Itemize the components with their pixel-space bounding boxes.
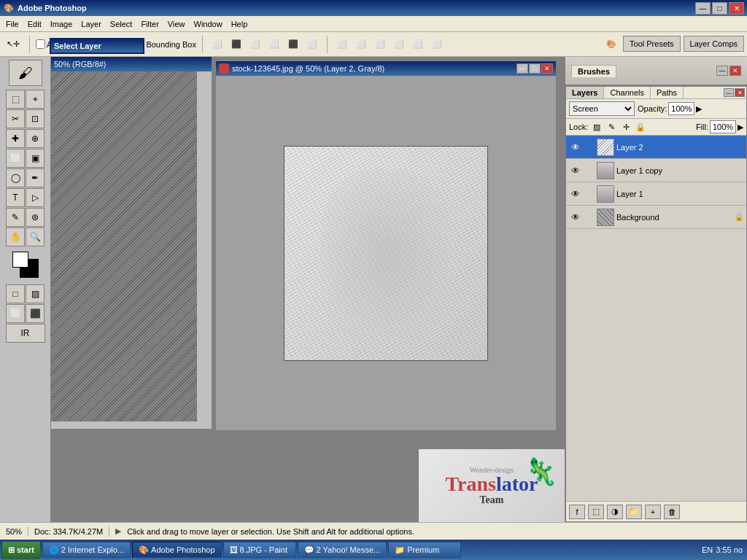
panel-minimize-btn[interactable]: — [724,88,734,97]
dodge-tool[interactable]: ◯ [6,168,25,187]
layer-row-background[interactable]: 👁 Background 🔒 [566,206,746,229]
photo-minimize-btn[interactable]: — [516,63,528,74]
stamp-tool[interactable]: ⊕ [26,129,44,148]
tab-layers[interactable]: Layers [566,87,604,98]
brushes-minimize-btn[interactable]: — [716,66,728,76]
opacity-input[interactable] [668,102,694,115]
taskbar-item-premium[interactable]: 📁 Premium [388,542,461,558]
bg-eye-icon[interactable]: 👁 [569,211,582,224]
imageready-btn[interactable]: IR [6,324,45,343]
layer-row-layer1[interactable]: 👁 Layer 1 [566,182,746,206]
layer-row-layer1copy[interactable]: 👁 Layer 1 copy [566,159,746,182]
dist-4-btn[interactable]: ⬜ [390,36,408,53]
fill-input[interactable] [710,120,736,133]
lock-move-icon[interactable]: ✛ [620,121,632,133]
maximize-button[interactable]: □ [712,2,727,15]
brushes-tab[interactable]: Brushes [571,65,616,77]
path-tool[interactable]: ▷ [26,188,44,207]
tool-presets-btn[interactable]: Tool Presets [623,36,681,52]
layer1copy-eye-icon[interactable]: 👁 [569,164,582,177]
taskbar-item-ie[interactable]: 🌐 2 Internet Explo... [42,542,131,558]
start-button[interactable]: ⊞ start [1,541,41,559]
layer-row-layer2[interactable]: 👁 Layer 2 [566,136,746,159]
layer-style-btn[interactable]: f [569,505,585,519]
foreground-color[interactable] [12,252,28,268]
dist-5-btn[interactable]: ⬜ [409,36,427,53]
pen-tool[interactable]: ✒ [26,168,44,187]
fill-label: Fill: [696,122,708,131]
panel-close-btn[interactable]: ✕ [735,88,745,97]
close-button[interactable]: ✕ [729,2,744,15]
adjustment-layer-btn[interactable]: ◑ [607,505,623,519]
new-layer-btn[interactable]: + [645,505,661,519]
eyedropper-tool[interactable]: ⊛ [26,208,44,227]
hand-tool[interactable]: ✋ [6,228,25,246]
fullscreen-btn[interactable]: ⬛ [26,304,44,323]
photo-maximize-btn[interactable]: □ [529,63,541,74]
opacity-arrow[interactable]: ▶ [696,104,702,114]
tab-paths[interactable]: Paths [651,87,684,98]
layer2-name: Layer 2 [616,143,743,152]
menu-view[interactable]: View [163,18,190,30]
menu-help[interactable]: Help [227,18,252,30]
menu-filter[interactable]: Filter [136,18,163,30]
watermark: 🦎 Wonder-design Translator Team [419,449,565,522]
menu-edit[interactable]: Edit [23,18,46,30]
align-bottom-btn[interactable]: ⬜ [303,36,321,53]
delete-layer-btn[interactable]: 🗑 [664,505,680,519]
tab-channels[interactable]: Channels [604,87,650,98]
align-center-btn[interactable]: ⬛ [228,36,245,53]
lasso-tool[interactable]: ⌖ [26,90,44,109]
layer-mask-btn[interactable]: ⬚ [588,505,604,519]
dist-6-btn[interactable]: ⬜ [428,36,446,53]
screen-mode-btn[interactable]: ⬜ [6,304,25,323]
layer-comps-btn[interactable]: Layer Comps [684,36,744,52]
brushes-close-btn[interactable]: ✕ [729,66,741,76]
gradient-tool[interactable]: ▣ [26,149,44,168]
lock-all-icon[interactable]: 🔒 [635,121,646,133]
standard-mode-btn[interactable]: □ [6,284,25,303]
lock-paint-icon[interactable]: ✎ [605,121,617,133]
align-left-btn[interactable]: ⬜ [209,36,226,53]
layer1copy-name: Layer 1 copy [616,166,743,175]
minimize-button[interactable]: — [695,2,711,15]
dist-3-btn[interactable]: ⬜ [371,36,389,53]
selection-tool[interactable]: ⬚ [6,90,25,109]
taskbar-item-yahoo[interactable]: 💬 2 Yahoo! Messe... [298,542,387,558]
taskbar-item-paint[interactable]: 🖼 8.JPG - Paint [223,542,296,558]
menu-layer[interactable]: Layer [77,18,106,30]
crop-tool[interactable]: ✂ [6,109,25,128]
photo-window[interactable]: stock-123645.jpg @ 50% (Layer 2, Gray/8)… [215,61,557,431]
align-right-btn[interactable]: ⬜ [247,36,264,53]
status-bar: 50% Doc: 334.7K/4.27M ▶ Click and drag t… [0,522,747,540]
zoom-level: 50% [6,527,22,536]
title-bar: 🎨 Adobe Photoshop — □ ✕ [0,0,747,16]
healing-tool[interactable]: ✚ [6,129,25,148]
palette-btn[interactable]: 🎨 [603,36,620,53]
align-middle-btn[interactable]: ⬛ [285,36,302,53]
fill-arrow[interactable]: ▶ [738,122,743,132]
slice-tool[interactable]: ⊡ [26,109,44,128]
menu-window[interactable]: Window [190,18,227,30]
dist-1-btn[interactable]: ⬜ [333,36,351,53]
dist-2-btn[interactable]: ⬜ [352,36,370,53]
blend-mode-select[interactable]: Screen Normal Multiply Overlay [569,101,635,116]
new-group-btn[interactable]: 📁 [626,505,642,519]
auto-select-layer-checkbox[interactable] [36,39,45,49]
type-tool[interactable]: T [6,188,25,207]
color-swatches[interactable] [12,252,39,278]
align-top-btn[interactable]: ⬜ [266,36,283,53]
menu-select[interactable]: Select [106,18,137,30]
menu-file[interactable]: File [1,18,23,30]
eraser-tool[interactable]: ⬜ [6,149,25,168]
move-tool-btn[interactable]: ↖✛ [3,36,23,53]
notes-tool[interactable]: ✎ [6,208,25,227]
menu-image[interactable]: Image [46,18,77,30]
zoom-tool[interactable]: 🔍 [26,228,44,246]
quickmask-mode-btn[interactable]: ▨ [26,284,44,303]
layer2-eye-icon[interactable]: 👁 [569,141,582,154]
taskbar-item-photoshop[interactable]: 🎨 Adobe Photoshop [132,542,221,558]
layer1-eye-icon[interactable]: 👁 [569,187,582,201]
photo-close-btn[interactable]: ✕ [541,63,553,74]
lock-transparency-icon[interactable]: ▨ [591,121,603,133]
